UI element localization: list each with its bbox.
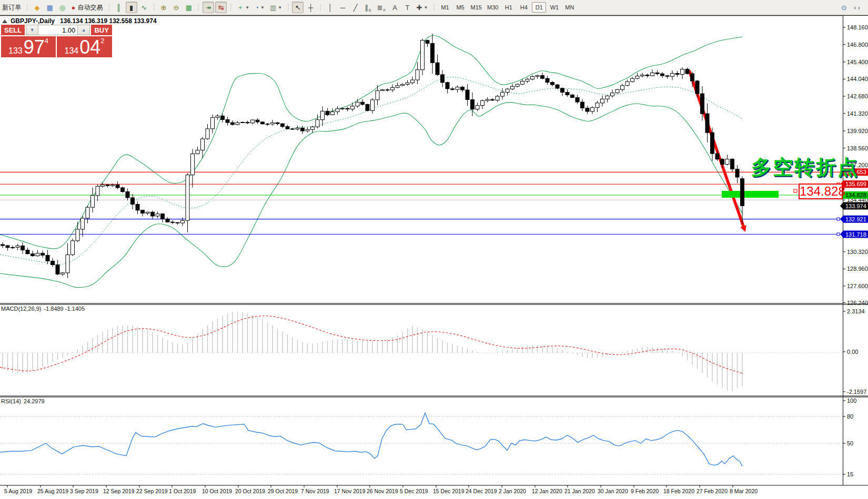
- signals-icon[interactable]: ◎: [57, 2, 68, 13]
- line-chart-button[interactable]: ∿: [138, 2, 150, 13]
- svg-text:5 Aug 2019: 5 Aug 2019: [4, 488, 32, 494]
- crosshair-button[interactable]: ┼: [305, 2, 316, 13]
- bar-chart-glyph: ║: [116, 4, 121, 12]
- toolbar-separator: ┊: [152, 4, 156, 11]
- svg-text:-2.1597: -2.1597: [847, 389, 866, 395]
- equidistant-channel-button[interactable]: ∥E: [362, 2, 374, 13]
- timeframe-m15[interactable]: M15: [469, 2, 484, 13]
- green-highlight-bar[interactable]: [722, 191, 779, 198]
- timeframe-d1[interactable]: D1: [532, 2, 546, 13]
- candlestick-chart-glyph: ▮: [129, 4, 133, 12]
- cursor-glyph: ↖: [295, 4, 301, 12]
- toolbar-buttons: ▤新订单┊◆▦◎●自动交易┊║▮∿┊⊕⊖▦┊↠↹┊＋▼◔▼▥▼┊↖┼┊│─╱∥E…: [0, 0, 837, 15]
- one-click-toggle-icon[interactable]: [2, 19, 7, 23]
- chart-shift-button[interactable]: ↹: [215, 2, 227, 13]
- svg-text:30 Jan 2020: 30 Jan 2020: [598, 488, 628, 494]
- svg-text:2.3134: 2.3134: [847, 308, 865, 314]
- svg-text:80: 80: [847, 413, 853, 420]
- new-chart-glyph: ▦: [46, 4, 53, 12]
- line-anchor-handle[interactable]: [837, 233, 840, 236]
- main-toolbar: ▤新订单┊◆▦◎●自动交易┊║▮∿┊⊕⊖▦┊↠↹┊＋▼◔▼▥▼┊↖┼┊│─╱∥E…: [0, 0, 868, 15]
- svg-text:17 Nov 2019: 17 Nov 2019: [334, 488, 366, 494]
- vertical-line-glyph: │: [328, 4, 332, 12]
- bar-chart-button[interactable]: ║: [113, 2, 125, 13]
- toolbar-separator: ┊: [229, 4, 233, 11]
- svg-text:139.920: 139.920: [847, 128, 868, 134]
- timeframe-m1[interactable]: M1: [438, 2, 452, 13]
- buy-button[interactable]: BUY: [91, 25, 112, 35]
- periods-button[interactable]: ◔▼: [253, 2, 267, 13]
- price-callout-label[interactable]: 134.828: [799, 184, 843, 199]
- svg-text:24 Dec 2019: 24 Dec 2019: [466, 488, 497, 494]
- svg-text:3 Sep 2019: 3 Sep 2019: [70, 488, 98, 494]
- text-label-button[interactable]: T: [402, 2, 413, 13]
- svg-text:1 Oct 2019: 1 Oct 2019: [169, 488, 196, 494]
- svg-text:15 Dec 2019: 15 Dec 2019: [433, 488, 465, 494]
- svg-text:7 Nov 2019: 7 Nov 2019: [301, 488, 329, 494]
- favorites-icon[interactable]: ◆: [32, 2, 43, 13]
- chart-area[interactable]: 148.160146.800145.400144.040142.680141.3…: [0, 0, 868, 499]
- timeframe-mn[interactable]: MN: [562, 2, 577, 13]
- zoom-in-glyph: ⊕: [160, 4, 166, 12]
- mt4-window: ▤新订单┊◆▦◎●自动交易┊║▮∿┊⊕⊖▦┊↠↹┊＋▼◔▼▥▼┊↖┼┊│─╱∥E…: [0, 0, 868, 499]
- svg-text:18 Feb 2020: 18 Feb 2020: [663, 488, 694, 494]
- sell-price-figure: 133: [8, 47, 23, 55]
- zoom-out-glyph: ⊖: [173, 4, 179, 12]
- volume-increase-button[interactable]: ▲: [77, 25, 90, 35]
- new-order-button[interactable]: ▤新订单: [0, 2, 23, 13]
- svg-text:0.00: 0.00: [847, 349, 858, 355]
- turning-point-annotation[interactable]: 多空转折点: [751, 154, 859, 181]
- templates-glyph: ▥: [270, 4, 276, 12]
- auto-scroll-button[interactable]: ↠: [203, 2, 214, 13]
- volume-decrease-button[interactable]: ▼: [26, 25, 38, 35]
- indicators-button[interactable]: ＋▼: [235, 2, 251, 13]
- svg-text:126.240: 126.240: [847, 300, 868, 306]
- search-icon[interactable]: ⊙: [838, 2, 850, 13]
- horizontal-line-glyph: ─: [340, 4, 345, 12]
- sell-price[interactable]: 133 97 4: [1, 36, 56, 57]
- svg-text:135.699: 135.699: [845, 181, 866, 187]
- candlestick-chart-button[interactable]: ▮: [126, 2, 137, 13]
- templates-button[interactable]: ▥▼: [268, 2, 284, 13]
- zoom-in-button[interactable]: ⊕: [158, 2, 169, 13]
- tile-windows-glyph: ▦: [186, 4, 192, 12]
- tile-windows-button[interactable]: ▦: [183, 2, 195, 13]
- chat-icon[interactable]: ◖◗: [851, 2, 863, 13]
- zoom-out-button[interactable]: ⊖: [170, 2, 182, 13]
- toolbar-separator: ┊: [107, 4, 110, 11]
- text-label-glyph: T: [406, 4, 410, 12]
- timeframe-m30[interactable]: M30: [485, 2, 500, 13]
- sell-button[interactable]: SELL: [1, 25, 25, 35]
- crosshair-glyph: ┼: [308, 4, 313, 12]
- chart-symbol-title: GBPJPY-,Daily: [11, 17, 55, 25]
- svg-text:130.320: 130.320: [847, 249, 868, 255]
- new-chart-button[interactable]: ▦: [44, 2, 56, 13]
- line-anchor-handle[interactable]: [837, 218, 840, 220]
- fibonacci-button[interactable]: ≣F: [375, 2, 388, 13]
- svg-text:50: 50: [847, 440, 853, 446]
- text-button[interactable]: A: [389, 2, 401, 13]
- svg-text:145.400: 145.400: [847, 59, 868, 65]
- timeframe-w1[interactable]: W1: [547, 2, 561, 13]
- periods-glyph: ◔: [255, 4, 259, 12]
- cursor-button[interactable]: ↖: [292, 2, 304, 13]
- svg-text:9 Feb 2020: 9 Feb 2020: [631, 488, 659, 494]
- toolbar-right-buttons: ⊙◖◗: [837, 0, 868, 15]
- callout-anchor-handle[interactable]: [794, 189, 797, 192]
- timeframe-m5[interactable]: M5: [453, 2, 468, 13]
- timeframe-h4[interactable]: H4: [517, 2, 531, 13]
- chevron-down-icon: ▼: [423, 5, 428, 10]
- auto-trading-button[interactable]: ●自动交易: [69, 2, 105, 13]
- toolbar-separator: ┊: [25, 4, 29, 11]
- volume-input[interactable]: [38, 25, 77, 35]
- trendline-button[interactable]: ╱: [350, 2, 361, 13]
- sell-price-point: 4: [45, 37, 48, 44]
- svg-text:132.921: 132.921: [845, 216, 866, 222]
- buy-price[interactable]: 134 04 2: [57, 36, 112, 57]
- arrows-button[interactable]: ✚▼: [415, 2, 430, 13]
- timeframe-h1[interactable]: H1: [501, 2, 516, 13]
- vertical-line-button[interactable]: │: [325, 2, 336, 13]
- svg-text:12 Sep 2019: 12 Sep 2019: [103, 488, 135, 494]
- horizontal-line-button[interactable]: ─: [337, 2, 349, 13]
- fibonacci-glyph: ≣: [377, 4, 383, 12]
